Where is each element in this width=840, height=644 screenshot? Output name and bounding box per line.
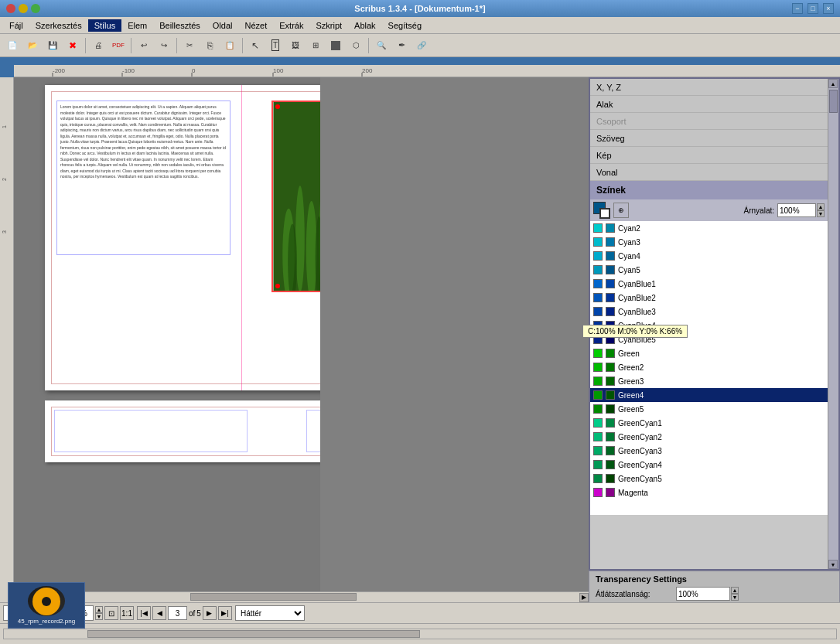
paste-btn[interactable]: 📋 <box>220 36 239 55</box>
panel-section-xyz[interactable]: X, Y, Z <box>590 79 828 96</box>
layer-selector[interactable]: Háttér <box>235 605 305 621</box>
page-current-input[interactable] <box>168 606 187 620</box>
cut-btn[interactable]: ✂ <box>180 36 199 55</box>
opacity-up-btn[interactable]: ▲ <box>731 587 739 594</box>
polygon-btn[interactable]: ⬡ <box>347 36 365 55</box>
fill-color-icon[interactable] <box>593 202 610 219</box>
color-item[interactable]: Cyan3 <box>590 235 828 249</box>
scroll-thumb[interactable] <box>829 90 838 113</box>
shade-input[interactable] <box>777 203 816 217</box>
panel-section-szoveg[interactable]: Szöveg <box>590 130 828 147</box>
color-item[interactable]: GreenCyan5 <box>590 472 828 486</box>
taskbar-item[interactable]: 45_rpm_record2.png <box>8 582 85 629</box>
menu-help[interactable]: Segítség <box>382 19 428 32</box>
color-item[interactable]: GreenCyan4 <box>590 458 828 472</box>
open-btn[interactable]: 📂 <box>23 36 42 55</box>
nav-next-btn[interactable]: ▶ <box>203 606 217 620</box>
select-btn[interactable]: ↖ <box>246 36 265 55</box>
nav-prev-btn[interactable]: ◀ <box>152 606 166 620</box>
menu-edit[interactable]: Szerkesztés <box>29 19 88 32</box>
menu-element[interactable]: Elem <box>121 19 153 32</box>
menu-page[interactable]: Oldal <box>207 19 239 32</box>
document-page-2[interactable] <box>45 400 320 462</box>
zoom-down-btn[interactable]: ▼ <box>95 613 103 620</box>
window-maximize-btn[interactable]: □ <box>808 3 818 14</box>
image-frame[interactable] <box>271 101 320 292</box>
window-controls[interactable] <box>6 4 40 13</box>
save-btn[interactable]: 💾 <box>43 36 62 55</box>
zoom-btn[interactable]: 🔍 <box>372 36 391 55</box>
color-item[interactable]: Green4 <box>590 388 828 402</box>
minimize-dot[interactable] <box>19 4 28 13</box>
menu-insert[interactable]: Beillesztés <box>153 19 207 32</box>
opacity-down-btn[interactable]: ▼ <box>731 594 739 601</box>
panel-section-kep[interactable]: Kép <box>590 147 828 164</box>
color-item[interactable]: Green2 <box>590 360 828 374</box>
shade-up-btn[interactable]: ▲ <box>817 203 825 210</box>
menu-view[interactable]: Nézet <box>239 19 274 32</box>
new-btn[interactable]: 📄 <box>3 36 22 55</box>
hscroll-track[interactable] <box>23 592 579 602</box>
scroll-up-btn[interactable]: ▲ <box>828 79 838 88</box>
color-mode-btn[interactable]: ⊕ <box>613 203 629 218</box>
menu-file[interactable]: Fájl <box>3 19 29 32</box>
window-close-btn[interactable]: × <box>823 3 834 14</box>
zoom-100-btn[interactable]: 1:1 <box>120 606 134 620</box>
color-item[interactable]: CyanBlue2 <box>590 291 828 305</box>
panel-scrollbar[interactable]: ▲ ▼ <box>828 79 838 569</box>
color-item[interactable]: CyanBlue5 <box>590 332 828 346</box>
color-list[interactable]: Cyan2Cyan3Cyan4Cyan5CyanBlue1CyanBlue2Cy… <box>590 221 828 515</box>
maximize-dot[interactable] <box>31 4 40 13</box>
document-page-1[interactable]: Lorem ipsum dolor sit amet, consectetuer… <box>45 85 320 390</box>
canvas-area[interactable]: Lorem ipsum dolor sit amet, consectetuer… <box>14 77 320 602</box>
window-right-controls[interactable]: − □ × <box>792 3 834 14</box>
opacity-control[interactable]: ▲ ▼ <box>676 587 739 601</box>
color-item[interactable]: CyanBlue4 <box>590 319 828 332</box>
hscroll-right-btn[interactable]: ▶ <box>579 593 589 602</box>
colors-section-header[interactable]: Színek <box>590 181 828 199</box>
window-minimize-btn[interactable]: − <box>792 3 803 14</box>
color-item[interactable]: GreenCyan1 <box>590 416 828 430</box>
redo-btn[interactable]: ↪ <box>155 36 173 55</box>
panel-section-vonal[interactable]: Vonal <box>590 164 828 181</box>
shade-down-btn[interactable]: ▼ <box>817 210 825 217</box>
nav-first-btn[interactable]: |◀ <box>137 606 151 620</box>
scroll-down-btn[interactable]: ▼ <box>828 560 838 569</box>
color-item[interactable]: Cyan5 <box>590 263 828 277</box>
shade-control[interactable]: ▲ ▼ <box>777 203 825 217</box>
nav-last-btn[interactable]: ▶| <box>218 606 232 620</box>
pdf-btn[interactable]: PDF <box>109 36 128 55</box>
zoom-up-btn[interactable]: ▲ <box>95 606 103 613</box>
hscroll-bottom-thumb[interactable] <box>87 630 420 638</box>
panel-section-alak[interactable]: Alak <box>590 96 828 113</box>
zoom-fit-btn[interactable]: ⊡ <box>104 606 118 620</box>
eyedropper-btn[interactable]: ✒ <box>392 36 411 55</box>
color-item[interactable]: Green <box>590 346 828 360</box>
print-btn[interactable]: 🖨 <box>89 36 108 55</box>
color-item[interactable]: Cyan2 <box>590 221 828 235</box>
color-item[interactable]: Green3 <box>590 374 828 388</box>
close-dot[interactable] <box>6 4 15 13</box>
menu-window[interactable]: Ablak <box>348 19 382 32</box>
color-item[interactable]: CyanBlue1 <box>590 277 828 291</box>
text-frame[interactable]: Lorem ipsum dolor sit amet, consectetuer… <box>56 101 230 255</box>
shape-btn[interactable] <box>326 36 345 55</box>
opacity-input[interactable] <box>676 587 730 601</box>
menu-script[interactable]: Szkript <box>309 19 348 32</box>
h-scrollbar[interactable]: ◀ ▶ <box>14 591 589 602</box>
page-2-frame-1[interactable] <box>54 410 248 452</box>
close-doc-btn[interactable]: ✖ <box>63 36 82 55</box>
undo-btn[interactable]: ↩ <box>135 36 153 55</box>
color-item[interactable]: GreenCyan2 <box>590 430 828 444</box>
textframe-btn[interactable]: T <box>266 36 285 55</box>
panel-section-csoport[interactable]: Csoport <box>590 113 828 130</box>
color-item[interactable]: Magenta <box>590 486 828 499</box>
table-btn[interactable]: ⊞ <box>306 36 325 55</box>
copy-btn[interactable]: ⎘ <box>200 36 219 55</box>
color-item[interactable]: Cyan4 <box>590 249 828 263</box>
color-item[interactable]: CyanBlue3 <box>590 305 828 319</box>
imageframe-btn[interactable]: 🖼 <box>286 36 305 55</box>
page-2-frame-2[interactable] <box>306 410 320 452</box>
hscroll-bottom[interactable] <box>3 629 837 639</box>
menu-extras[interactable]: Extrák <box>273 19 309 32</box>
